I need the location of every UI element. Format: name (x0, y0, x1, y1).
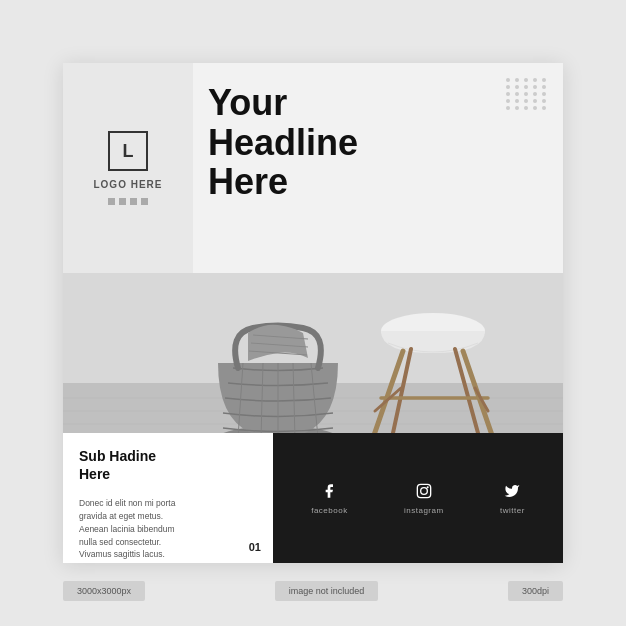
instagram-icon (414, 481, 434, 501)
sub-headline-box: Sub HadineHere Donec id elit non mi port… (63, 433, 273, 563)
svg-point-25 (420, 488, 427, 495)
svg-point-26 (426, 486, 428, 488)
logo-dots (108, 198, 148, 205)
sub-headline-title: Sub HadineHere (79, 447, 257, 483)
bottom-overlay: Sub HadineHere Donec id elit non mi port… (63, 433, 563, 563)
social-item-twitter: twitter (500, 481, 525, 515)
social-item-instagram: instagram (404, 481, 444, 515)
headline-line2: Headline (208, 122, 358, 163)
top-section: L LOGO HERE Your Headline Here (63, 63, 563, 273)
instagram-label: instagram (404, 506, 444, 515)
twitter-label: twitter (500, 506, 525, 515)
facebook-label: facebook (311, 506, 347, 515)
twitter-icon (502, 481, 522, 501)
photo-section (63, 273, 563, 433)
sub-headline-body: Donec id elit non mi portagravida at ege… (79, 497, 257, 561)
social-bar: facebook instagram (273, 433, 563, 563)
logo-area: L LOGO HERE (63, 63, 193, 273)
info-bar: 3000x3000px image not included 300dpi (63, 581, 563, 601)
svg-rect-24 (417, 484, 430, 497)
dot-1 (108, 198, 115, 205)
logo-text: LOGO HERE (93, 179, 162, 190)
facebook-icon (319, 481, 339, 501)
image-note-tag: image not included (275, 581, 379, 601)
dot-3 (130, 198, 137, 205)
headline-line1: Your (208, 82, 287, 123)
dot-pattern (506, 78, 548, 110)
dot-2 (119, 198, 126, 205)
logo-letter: L (123, 141, 134, 162)
background-photo (63, 273, 563, 433)
headline-line3: Here (208, 161, 288, 202)
social-item-facebook: facebook (311, 481, 347, 515)
page-number: 01 (249, 541, 261, 553)
headline-area: Your Headline Here (193, 63, 563, 273)
resolution-tag: 3000x3000px (63, 581, 145, 601)
social-media-template: L LOGO HERE Your Headline Here (63, 63, 563, 563)
dot-4 (141, 198, 148, 205)
headline-text: Your Headline Here (208, 83, 548, 202)
logo-box: L (108, 131, 148, 171)
dpi-tag: 300dpi (508, 581, 563, 601)
